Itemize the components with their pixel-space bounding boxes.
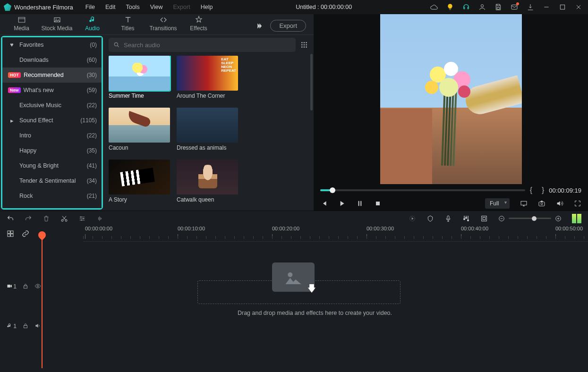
playhead[interactable]: [42, 231, 43, 368]
audio-card[interactable]: A Story: [109, 160, 170, 211]
minimize-icon[interactable]: [543, 3, 550, 11]
video-lock-icon[interactable]: [22, 283, 29, 289]
menu-view[interactable]: View: [145, 2, 168, 12]
audio-meters-icon[interactable]: [572, 214, 581, 223]
audio-track[interactable]: 1: [0, 306, 588, 346]
sidebar-label: Rock: [19, 193, 87, 199]
sidebar-item-tender-sentimental[interactable]: Tender & Sentimental(34): [2, 173, 102, 188]
more-tabs-icon[interactable]: [255, 22, 263, 30]
ruler-mark: 00:00:30:00: [366, 226, 394, 231]
svg-rect-1: [511, 5, 517, 9]
audio-card[interactable]: Catwalk queen: [177, 160, 238, 211]
ruler-mark: 00:00:50:00: [555, 226, 583, 231]
media-browser: MediaStock MediaAudioTitlesTransitionsEf…: [0, 14, 314, 211]
tab-audio[interactable]: Audio: [75, 14, 110, 34]
zoom-slider[interactable]: [509, 218, 551, 219]
browser-tabs: MediaStock MediaAudioTitlesTransitionsEf…: [0, 14, 314, 35]
audio-card[interactable]: Cacoun: [109, 108, 170, 160]
sidebar-item-downloads[interactable]: Downloads(60): [2, 52, 102, 68]
crop-icon[interactable]: [480, 215, 488, 222]
grid-scrollbar[interactable]: [310, 54, 313, 110]
zoom-out-icon[interactable]: [498, 215, 505, 222]
sidebar-item-intro[interactable]: Intro(22): [2, 128, 102, 143]
menu-file[interactable]: File: [81, 2, 100, 12]
cut-icon[interactable]: [60, 215, 68, 222]
sidebar-item-what-s-new[interactable]: NewWhat's new(59): [2, 83, 102, 98]
snapshot-icon[interactable]: [538, 200, 545, 207]
svg-point-6: [301, 42, 303, 43]
sidebar-count: (1105): [80, 117, 97, 124]
render-icon[interactable]: [409, 215, 416, 222]
display-icon[interactable]: [520, 200, 528, 207]
fullscreen-icon[interactable]: [574, 200, 581, 207]
close-icon[interactable]: [575, 3, 582, 11]
svg-rect-32: [8, 234, 10, 237]
card-label: Summer Time: [109, 91, 170, 99]
tab-titles[interactable]: Titles: [110, 14, 145, 34]
tab-stock[interactable]: Stock Media: [39, 14, 75, 34]
bracket-out-icon[interactable]: }: [542, 186, 544, 194]
sidebar-item-favorites[interactable]: ♥Favorites(0): [2, 37, 102, 52]
tab-media[interactable]: Media: [4, 14, 39, 34]
marker-icon[interactable]: [426, 215, 434, 222]
support-icon[interactable]: [462, 3, 470, 11]
tips-icon[interactable]: [446, 3, 454, 11]
tab-effects[interactable]: Effects: [181, 14, 216, 34]
link-icon[interactable]: [22, 230, 29, 237]
sidebar-item-sound-effect[interactable]: ▸Sound Effect(1105): [2, 113, 102, 128]
audio-category-sidebar[interactable]: ♥Favorites(0)Downloads(60)HOTRecommended…: [2, 37, 102, 208]
menu-help[interactable]: Help: [196, 2, 218, 12]
tab-transitions[interactable]: Transitions: [145, 14, 181, 34]
volume-icon[interactable]: [556, 200, 563, 207]
maximize-icon[interactable]: [559, 3, 566, 11]
grid-view-icon[interactable]: [300, 41, 308, 49]
save-icon[interactable]: [494, 3, 502, 11]
account-icon[interactable]: [478, 3, 486, 11]
search-input[interactable]: [124, 42, 291, 49]
voiceover-icon[interactable]: [444, 215, 452, 222]
preview-controls: Full: [314, 196, 588, 211]
audio-mute-icon[interactable]: [34, 322, 41, 329]
sidebar-item-exclusive-music[interactable]: Exclusive Music(22): [2, 98, 102, 113]
effects-icon: [195, 16, 203, 24]
quality-select[interactable]: Full: [485, 198, 510, 209]
sidebar-item-recommended[interactable]: HOTRecommended(30): [2, 68, 102, 83]
pause-icon[interactable]: [356, 200, 364, 207]
sidebar-item-rock[interactable]: Rock(21): [2, 188, 102, 203]
sidebar-item-happy[interactable]: Happy(35): [2, 143, 102, 158]
video-visible-icon[interactable]: [34, 283, 41, 289]
audio-card[interactable]: Summer Time: [109, 56, 170, 108]
audio-mixer-icon[interactable]: [462, 215, 470, 222]
timeline-ruler[interactable]: 00:00:00:0000:00:10:0000:00:20:0000:00:3…: [83, 226, 588, 242]
audio-card[interactable]: Around The Corner: [177, 56, 238, 108]
menu-edit[interactable]: Edit: [101, 2, 120, 12]
stop-icon[interactable]: [374, 200, 382, 207]
menu-tools[interactable]: Tools: [121, 2, 144, 12]
track-manager-icon[interactable]: [7, 230, 14, 237]
zoom-handle[interactable]: [532, 216, 537, 221]
heart-icon: ♥: [8, 42, 16, 48]
menu-export[interactable]: Export: [169, 2, 195, 12]
prev-frame-icon[interactable]: [320, 200, 328, 207]
delete-icon[interactable]: [43, 215, 50, 222]
sidebar-count: (41): [87, 162, 97, 169]
audio-lock-icon[interactable]: [22, 322, 29, 329]
cloud-icon[interactable]: [430, 3, 438, 11]
download-icon[interactable]: [527, 3, 534, 11]
svg-point-5: [114, 42, 118, 46]
export-button[interactable]: Export: [270, 20, 306, 32]
bracket-in-icon[interactable]: {: [530, 186, 537, 194]
audio-adjust-icon[interactable]: [96, 215, 104, 222]
zoom-in-icon[interactable]: [555, 215, 562, 222]
play-icon[interactable]: [338, 200, 346, 207]
video-track[interactable]: 1 Drag and drop media and effects here t…: [0, 266, 588, 306]
scrub-track[interactable]: [320, 189, 525, 191]
redo-icon[interactable]: [25, 215, 32, 222]
svg-point-9: [301, 44, 303, 46]
sidebar-item-young-bright[interactable]: Young & Bright(41): [2, 158, 102, 173]
undo-icon[interactable]: [7, 215, 14, 222]
settings-icon[interactable]: [78, 215, 86, 222]
audio-card[interactable]: Dressed as animals: [177, 108, 238, 160]
search-audio-field[interactable]: [109, 38, 296, 52]
scrub-handle[interactable]: [330, 187, 335, 193]
